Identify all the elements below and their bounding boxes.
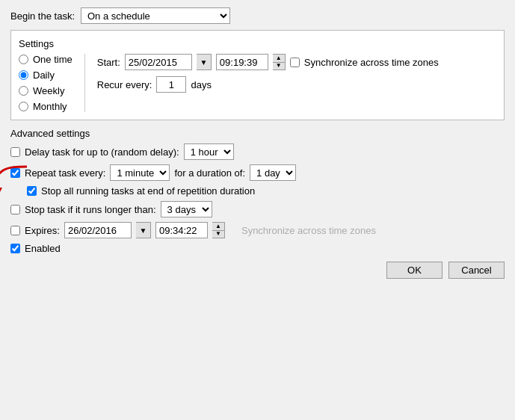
repeat-task-checkbox[interactable] (10, 168, 20, 178)
start-label: Start: (97, 57, 120, 68)
repeat-task-select[interactable]: 1 minute (110, 164, 170, 181)
enabled-label: Enabled (25, 243, 61, 254)
expires-time-spinner[interactable]: ▲ ▼ (212, 222, 225, 238)
monthly-label: Monthly (33, 101, 67, 112)
stop-all-checkbox[interactable] (27, 186, 37, 196)
cancel-button[interactable]: Cancel (448, 262, 505, 279)
delay-task-select[interactable]: 1 hour (184, 143, 234, 160)
duration-select[interactable]: 1 day (250, 164, 296, 181)
begin-task-select[interactable]: On a schedule (81, 7, 230, 24)
settings-label: Settings (19, 38, 496, 49)
stop-if-longer-label: Stop task if it runs longer than: (25, 204, 156, 215)
recur-unit-label: days (191, 79, 211, 90)
stop-if-longer-checkbox[interactable] (10, 205, 20, 214)
sync-timezone-checkbox[interactable] (290, 58, 300, 67)
enabled-checkbox[interactable] (10, 244, 20, 253)
delay-task-label: Delay task for up to (random delay): (25, 146, 179, 158)
repeat-task-label: Repeat task every: (25, 167, 105, 179)
weekly-radio[interactable] (19, 86, 28, 96)
monthly-radio[interactable] (19, 102, 28, 111)
recur-input[interactable] (156, 76, 186, 93)
daily-radio[interactable] (19, 70, 28, 80)
stop-duration-select[interactable]: 3 days (161, 201, 212, 217)
time-down-button[interactable]: ▼ (273, 63, 285, 70)
begin-task-label: Begin the task: (10, 10, 75, 22)
expires-sync-timezone-label: Synchronize across time zones (241, 225, 376, 236)
expires-time-input[interactable] (155, 222, 208, 238)
sync-timezone-label: Synchronize across time zones (304, 57, 439, 68)
one-time-radio[interactable] (19, 55, 28, 64)
expires-calendar-button[interactable]: ▼ (136, 222, 151, 238)
ok-button[interactable]: OK (386, 262, 442, 279)
start-date-input[interactable] (125, 54, 192, 70)
time-spinner[interactable]: ▲ ▼ (273, 54, 286, 70)
delay-task-checkbox[interactable] (10, 147, 20, 157)
stop-all-label: Stop all running tasks at end of repetit… (41, 185, 255, 197)
daily-label: Daily (33, 70, 55, 81)
advanced-settings-title: Advanced settings (10, 128, 505, 139)
expires-date-input[interactable] (64, 222, 132, 238)
calendar-button[interactable]: ▼ (197, 54, 212, 70)
for-duration-label: for a duration of: (174, 167, 245, 179)
time-up-button[interactable]: ▲ (273, 55, 285, 63)
expires-time-up-button[interactable]: ▲ (212, 223, 224, 231)
one-time-label: One time (33, 54, 73, 65)
expires-time-down-button[interactable]: ▼ (212, 231, 224, 238)
recur-label: Recur every: (97, 79, 152, 90)
start-time-input[interactable] (216, 54, 268, 70)
expires-checkbox[interactable] (10, 226, 20, 235)
expires-label: Expires: (25, 225, 60, 236)
weekly-label: Weekly (33, 85, 64, 96)
